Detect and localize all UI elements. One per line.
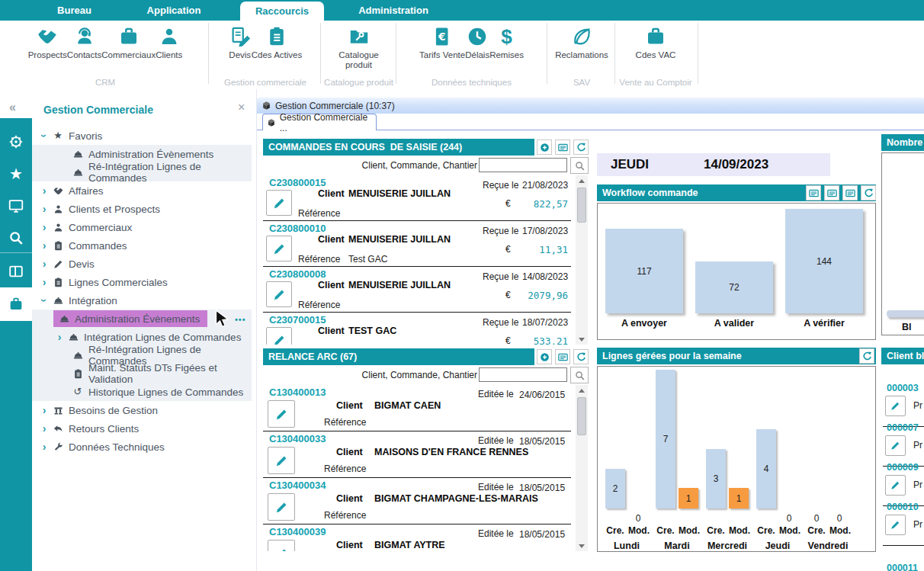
tab-bureau[interactable]: Bureau	[46, 0, 103, 21]
tree-item-donnees-techniques[interactable]: ›Données Techniques	[32, 438, 252, 456]
clients-button[interactable]: Clients	[156, 21, 182, 60]
chevron-right-icon[interactable]: ›	[38, 276, 50, 288]
search-button[interactable]	[570, 157, 589, 174]
scroll-up-button[interactable]	[576, 385, 588, 396]
refresh-button[interactable]	[573, 140, 589, 155]
tree-item-commerciaux[interactable]: ›Commerciaux	[32, 218, 252, 236]
list-view-button[interactable]	[806, 185, 821, 200]
list-view-button[interactable]	[842, 185, 858, 200]
search-input[interactable]	[479, 158, 567, 172]
devis-button[interactable]: Devis	[229, 21, 252, 60]
edit-button[interactable]	[885, 435, 906, 456]
edit-button[interactable]	[266, 190, 292, 216]
row-actions-menu[interactable]: •••	[235, 315, 246, 324]
sidebar-collapse-icon[interactable]: «	[9, 101, 14, 114]
reclamations-button[interactable]: Reclamations	[555, 21, 608, 60]
tree-item-commandes[interactable]: ›Commandes	[32, 236, 252, 255]
tab-application[interactable]: Application	[140, 0, 207, 21]
refresh-button[interactable]	[859, 348, 874, 364]
search-button[interactable]	[570, 367, 589, 383]
briefcase-rail-icon[interactable]	[0, 287, 32, 321]
order-row[interactable]: C130400013 Editée le 24/06/2015 Client B…	[263, 385, 571, 431]
order-row[interactable]: C130400033 Editée le 18/05/2015 Client M…	[263, 431, 571, 478]
edit-button[interactable]	[266, 281, 292, 307]
panels-icon[interactable]	[0, 255, 32, 287]
scroll-down-button[interactable]	[576, 541, 588, 551]
edit-button[interactable]	[268, 400, 295, 428]
cdes-actives-button[interactable]: Cdes Actives	[252, 21, 302, 60]
star-icon[interactable]: ★	[0, 158, 32, 190]
tree-item-integration[interactable]: ›Intégration	[32, 291, 252, 310]
tree-item-retours[interactable]: ›Retours Clients	[32, 419, 252, 438]
commerciaux-button[interactable]: Commerciaux	[101, 21, 156, 60]
order-row[interactable]: C230700015 Reçue le 18/07/2023 Client TE…	[263, 313, 571, 345]
relance-scrollbar[interactable]	[576, 385, 588, 551]
pencil-icon	[890, 480, 901, 491]
tree-item-maint-statuts[interactable]: Maint. Statuts DTs Figées et Validation	[32, 364, 252, 383]
list-view-button[interactable]	[555, 140, 570, 155]
scroll-down-button[interactable]	[576, 334, 588, 345]
order-row[interactable]: C230800015 Reçue le 21/08/2023 Client ME…	[263, 175, 571, 221]
edit-button[interactable]	[885, 515, 906, 535]
scroll-thumb[interactable]	[577, 397, 586, 435]
tree-item-devis[interactable]: ›Devis	[32, 255, 252, 273]
catalogue-produit-button[interactable]: Catalogue produit	[329, 21, 389, 70]
chevron-right-icon[interactable]: ›	[38, 422, 50, 435]
tree-item-favoris[interactable]: ›★Favoris	[32, 127, 252, 145]
chevron-right-icon[interactable]: ›	[38, 221, 50, 233]
tree-item-clients-prospects[interactable]: ›Clients et Prospects	[32, 200, 252, 218]
order-row[interactable]: C230800010 Reçue le 17/08/2023 Client ME…	[263, 221, 571, 267]
chevron-right-icon[interactable]: ›	[38, 239, 50, 252]
chevron-right-icon[interactable]: ›	[38, 184, 50, 197]
chevron-right-icon[interactable]: ›	[38, 203, 50, 215]
chevron-down-icon[interactable]: ›	[38, 130, 50, 142]
wheel-icon[interactable]	[0, 126, 32, 158]
order-row[interactable]: C230800008 Reçue le 14/08/2023 Client ME…	[263, 267, 571, 313]
chevron-right-icon[interactable]: ›	[38, 441, 50, 453]
add-button[interactable]	[537, 349, 552, 364]
order-row[interactable]: C130400034 Editée le 18/05/2015 Client B…	[263, 478, 571, 524]
refresh-button[interactable]	[861, 185, 876, 200]
list-view-button[interactable]	[555, 349, 570, 364]
contacts-button[interactable]: Contacts	[67, 21, 101, 60]
refresh-button[interactable]	[573, 349, 589, 364]
chevron-right-icon[interactable]: ›	[53, 331, 66, 343]
tree-item-besoins[interactable]: ›Besoins de Gestion	[32, 401, 252, 419]
chevron-right-icon[interactable]: ›	[38, 258, 50, 270]
edit-button[interactable]	[268, 493, 295, 521]
tab-raccourcis[interactable]: Raccourcis	[240, 2, 324, 21]
edit-button[interactable]	[885, 475, 906, 496]
monitor-icon[interactable]	[0, 190, 32, 222]
chevron-down-icon[interactable]: ›	[38, 294, 50, 306]
edit-button[interactable]	[268, 447, 295, 474]
prospects-button[interactable]: Prospects	[28, 21, 67, 60]
tarifs-vente-button[interactable]: Tarifs Vente	[419, 21, 465, 60]
edit-button[interactable]	[885, 396, 906, 416]
series-label: Mod.	[779, 525, 799, 536]
delais-button[interactable]: Délais	[465, 21, 489, 60]
edit-button[interactable]	[268, 540, 295, 551]
edit-button[interactable]	[266, 327, 292, 345]
tree-item-historique[interactable]: ↺Historique Lignes de Commandes	[32, 383, 252, 401]
commandes-scrollbar[interactable]	[576, 175, 588, 345]
cdes-vac-button[interactable]: Cdes VAC	[636, 21, 676, 60]
order-row[interactable]: C130400039 Editée le 18/05/2015 Client B…	[263, 524, 571, 551]
group-label-crm: CRM	[5, 78, 206, 87]
tab-gestion-commerciale[interactable]: Gestion Commerciale ...	[262, 114, 377, 130]
pencil-icon	[274, 547, 289, 552]
remises-button[interactable]: $Remises	[489, 21, 524, 60]
search-icon[interactable]	[0, 222, 32, 254]
chevron-right-icon[interactable]: ›	[38, 404, 50, 416]
scroll-up-button[interactable]	[576, 175, 588, 186]
edit-button[interactable]	[266, 236, 292, 261]
search-input[interactable]	[479, 367, 567, 382]
value-jeudi-mod: 0	[779, 513, 799, 524]
tree-item-lignes-commerciales[interactable]: ›Lignes Commerciales	[32, 273, 252, 291]
list-view-button[interactable]	[824, 185, 839, 200]
tree-item-reintegration[interactable]: Ré-Intégration Lignes de Commandes	[32, 163, 252, 181]
scroll-thumb[interactable]	[577, 188, 586, 223]
sidebar-close-icon[interactable]: ×	[238, 101, 245, 114]
add-button[interactable]	[537, 140, 552, 155]
tab-administration[interactable]: Administration	[352, 0, 435, 21]
tree-item-affaires[interactable]: ›Affaires	[32, 181, 252, 200]
